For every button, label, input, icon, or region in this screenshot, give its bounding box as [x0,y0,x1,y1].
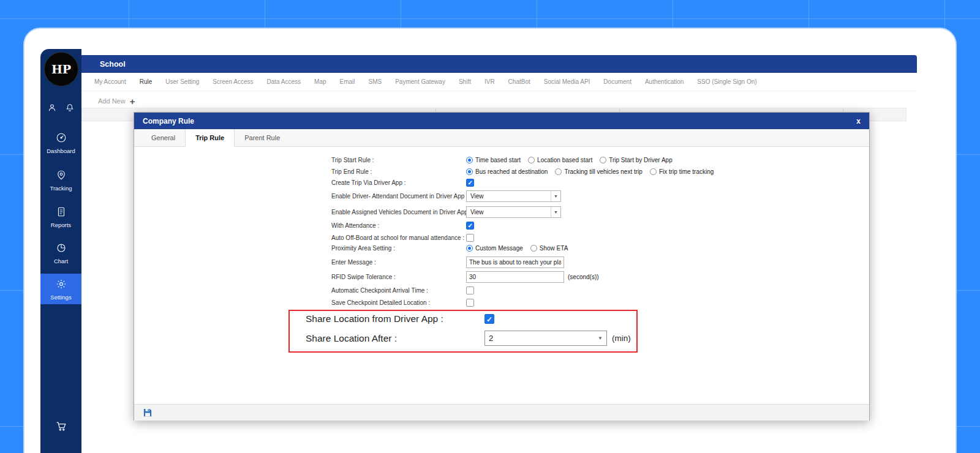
radio-label: Trip Start by Driver App [609,157,673,163]
save-icon [143,408,152,417]
tab-email[interactable]: Email [333,78,362,85]
radio-custom-message[interactable]: Custom Message [466,245,523,252]
field-label: Enable Driver- Attendant Document in Dri… [331,193,466,200]
form-row-enter-message: Enter Message : [331,256,564,268]
sidebar-item-tracking[interactable]: Tracking [40,170,81,192]
tab-parent-rule[interactable]: Parent Rule [235,129,290,146]
reports-icon [56,206,67,217]
tab-data-access[interactable]: Data Access [260,78,307,85]
tab-rule[interactable]: Rule [133,78,159,85]
radio-trip-start-by-driver-app[interactable]: Trip Start by Driver App [600,157,673,163]
save-checkpoint-checkbox[interactable] [466,299,474,307]
modal-body: Trip Start Rule : Time based start Locat… [134,147,869,404]
sidebar-item-cart[interactable] [40,420,81,435]
radio-icon[interactable] [530,245,537,252]
form-row-driver-attendant-document: Enable Driver- Attendant Document in Dri… [331,190,561,202]
field-label: Trip Start Rule : [331,157,466,163]
rfid-tolerance-unit: (second(s)) [568,274,599,280]
tab-sso[interactable]: SSO (Single Sign On) [690,78,763,85]
tab-user-setting[interactable]: User Setting [159,78,206,85]
form-row-auto-off-board: Auto Off-Board at school for manual atte… [331,234,474,242]
tracking-icon [56,170,67,181]
select-value: View [470,193,484,200]
settings-tab-bar: My Account Rule User Setting Screen Acce… [81,73,917,91]
chevron-down-icon: ▼ [551,207,560,217]
driver-attendant-document-select[interactable]: View ▼ [466,190,561,202]
rfid-tolerance-input[interactable] [466,271,564,283]
field-label: With Attendance : [331,222,466,229]
page-header: School [81,55,917,73]
sidebar-item-label: Dashboard [40,148,81,154]
add-new-label: Add New [98,97,126,105]
radio-icon[interactable] [466,245,473,252]
tab-general[interactable]: General [141,129,185,146]
sidebar-item-reports[interactable]: Reports [40,206,81,228]
save-button[interactable] [141,406,154,419]
field-label: Share Location After : [306,333,484,344]
sidebar-item-label: Reports [40,222,81,228]
tab-trip-rule[interactable]: Trip Rule [185,129,235,147]
app-logo: HP [44,52,78,86]
form-row-proximity-area-setting: Proximity Area Setting : Custom Message … [331,245,568,252]
tab-map[interactable]: Map [307,78,333,85]
share-location-checkbox[interactable] [484,314,494,324]
field-label: Save Checkpoint Detailed Location : [331,299,466,306]
select-value: View [470,209,484,215]
with-attendance-checkbox[interactable] [466,222,474,230]
radio-icon[interactable] [466,157,473,163]
tab-chatbot[interactable]: ChatBot [502,78,537,85]
form-row-save-checkpoint-location: Save Checkpoint Detailed Location : [331,299,474,307]
logo-text: HP [51,62,71,76]
radio-icon[interactable] [555,168,562,175]
radio-fix-trip-time-tracking[interactable]: Fix trip time tracking [650,168,714,175]
create-trip-checkbox[interactable] [466,179,474,187]
radio-bus-reached-destination[interactable]: Bus reached at destination [466,168,548,175]
radio-time-based-start[interactable]: Time based start [466,157,521,163]
form-row-share-location-from-driver-app: Share Location from Driver App : [306,313,494,324]
radio-icon[interactable] [528,157,535,163]
radio-tracking-till-next-trip[interactable]: Tracking till vehicles next trip [555,168,642,175]
users-icon[interactable] [47,103,57,115]
trip-start-rule-options: Time based start Location based start Tr… [466,157,673,163]
sidebar-item-label: Chart [40,258,81,264]
radio-label: Tracking till vehicles next trip [564,168,642,175]
sidebar-quick-icons [40,103,81,115]
tab-sms[interactable]: SMS [362,78,389,85]
radio-label: Show ETA [540,245,568,252]
close-icon[interactable]: x [856,118,861,125]
add-new-button[interactable]: Add New + [98,95,135,107]
tab-ivr[interactable]: IVR [478,78,502,85]
bell-icon[interactable] [65,103,75,115]
field-label: Trip End Rule : [331,168,466,175]
sidebar-item-label: Settings [40,294,81,301]
tab-authentication[interactable]: Authentication [638,78,690,85]
radio-show-eta[interactable]: Show ETA [530,245,568,252]
radio-icon[interactable] [650,168,657,175]
company-rule-modal: Company Rule x General Trip Rule Parent … [134,112,870,421]
tab-document[interactable]: Document [597,78,638,85]
sidebar-item-settings[interactable]: Settings [40,274,81,304]
plus-icon: + [130,97,135,106]
assigned-vehicles-document-select[interactable]: View ▼ [466,206,561,218]
radio-icon[interactable] [600,157,606,163]
tab-payment-gateway[interactable]: Payment Gateway [388,78,452,85]
tab-social-media-api[interactable]: Social Media API [537,78,597,85]
tab-screen-access[interactable]: Screen Access [206,78,260,85]
automatic-checkpoint-checkbox[interactable] [466,286,474,294]
sidebar-item-chart[interactable]: Chart [40,242,81,264]
field-label: Proximity Area Setting : [331,245,466,252]
sidebar-item-label: Tracking [40,185,81,192]
radio-label: Location based start [537,157,592,163]
share-location-after-select[interactable]: 2 ▼ [484,331,607,346]
enter-message-input[interactable] [466,256,564,268]
radio-location-based-start[interactable]: Location based start [528,157,592,163]
tab-my-account[interactable]: My Account [88,78,133,85]
sidebar-item-dashboard[interactable]: Dashboard [40,132,81,154]
field-label: Enter Message : [331,259,466,266]
radio-icon[interactable] [466,168,473,175]
page-title: School [100,60,126,69]
modal-header: Company Rule x [134,113,869,129]
field-label: Create Trip Via Driver App : [331,179,466,186]
auto-off-board-checkbox[interactable] [466,234,474,242]
tab-shift[interactable]: Shift [452,78,478,85]
